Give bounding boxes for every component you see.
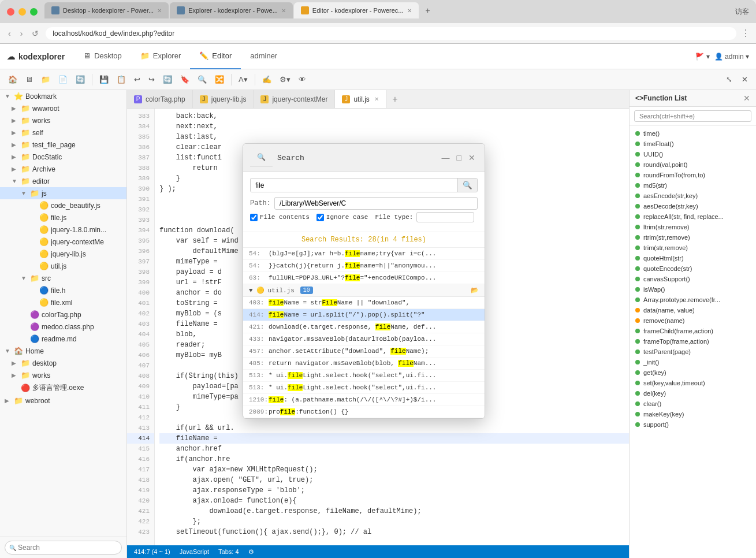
function-item[interactable]: del(key) xyxy=(630,388,756,399)
sidebar-item-src[interactable]: ▼📁src xyxy=(0,272,126,284)
search-go-button[interactable]: 🔍 xyxy=(457,178,477,192)
function-item[interactable]: ltrim(str,remove) xyxy=(630,222,756,232)
result-folder-button[interactable]: 📂 xyxy=(471,287,479,294)
sidebar-item-jquery-contextme[interactable]: 🟡jquery-contextMe xyxy=(0,236,126,248)
toolbar-sync-btn[interactable]: 🔄 xyxy=(159,73,176,86)
sidebar-item-file.h[interactable]: 🔵file.h xyxy=(0,284,126,296)
function-search-input[interactable] xyxy=(634,110,751,122)
sidebar-item-self[interactable]: ▶📁self xyxy=(0,127,126,139)
maximize-button[interactable] xyxy=(30,8,38,16)
function-item[interactable]: aesEncode(str,key) xyxy=(630,191,756,201)
file-contents-checkbox[interactable] xyxy=(250,214,258,221)
result-item[interactable]: 2089: profile:function() {} xyxy=(243,406,485,418)
sidebar-item-readme.md[interactable]: 🔵readme.md xyxy=(0,333,126,345)
nav-item-desktop[interactable]: 🖥 Desktop xyxy=(74,44,131,69)
sidebar-item-jquery-1.8.0.min...[interactable]: 🟡jquery-1.8.0.min... xyxy=(0,224,126,236)
result-item[interactable]: 485: return navigator.msSaveBlob(blob, f… xyxy=(243,358,485,370)
sidebar-item-js[interactable]: ▼📁js xyxy=(0,187,126,199)
result-item[interactable]: 403: fileName = strFileName || "download… xyxy=(243,297,485,309)
function-item[interactable]: get(key) xyxy=(630,367,756,378)
function-item[interactable]: quoteHtml(str) xyxy=(630,253,756,263)
sidebar-item-webroot[interactable]: ▶📁webroot xyxy=(0,395,126,407)
close-button[interactable] xyxy=(7,8,14,16)
sidebar-item-docstatic[interactable]: ▶📁DocStatic xyxy=(0,151,126,163)
toolbar-search-btn[interactable]: 🔍 xyxy=(194,73,210,86)
function-item[interactable]: round(val,point) xyxy=(630,159,756,170)
toolbar-expand-btn[interactable]: ⤡ xyxy=(723,73,736,86)
function-item[interactable]: testParent(page) xyxy=(630,347,756,357)
result-item[interactable]: 421: download(e.target.response, fileNam… xyxy=(243,321,485,333)
editor-tab-jquerylib[interactable]: J jquery-lib.js xyxy=(193,90,254,109)
function-panel-close-btn[interactable]: ✕ xyxy=(743,94,750,103)
sidebar-item-code_beautify.js[interactable]: 🟡code_beautify.js xyxy=(0,199,126,211)
function-item[interactable]: rtrim(str,remove) xyxy=(630,232,756,243)
filetype-input[interactable] xyxy=(416,212,474,222)
browser-tab-editor[interactable]: Editor - kodexplorer - Powerec... ✕ xyxy=(294,2,419,18)
function-item[interactable]: aesDecode(str,key) xyxy=(630,201,756,211)
result-item[interactable]: 513: * ui.fileLight.select.hook("select"… xyxy=(243,370,485,382)
close-util-tab[interactable]: ✕ xyxy=(374,96,379,102)
editor-tab-colortag[interactable]: P colorTag.php xyxy=(127,90,193,109)
function-item[interactable]: makeKey(key) xyxy=(630,409,756,419)
sidebar-item-works[interactable]: ▶📁works xyxy=(0,369,126,381)
result-item[interactable]: 433: navigator.msSaveBlob(dataUrlToBlob(… xyxy=(243,333,485,345)
function-item[interactable]: md5(str) xyxy=(630,180,756,191)
function-item[interactable]: canvasSupport() xyxy=(630,274,756,284)
function-item[interactable]: Array.prototype.remove(fr... xyxy=(630,295,756,305)
new-tab-button[interactable]: + xyxy=(420,2,436,18)
toolbar-undo-btn[interactable]: ↩ xyxy=(131,73,144,86)
forward-button[interactable]: › xyxy=(18,28,25,39)
path-input[interactable] xyxy=(274,197,478,210)
toolbar-monitor-btn[interactable]: 🖥 xyxy=(22,73,36,86)
result-item[interactable]: 63: fullURL=PDPJS_URL+"?file="+encodeURI… xyxy=(243,272,485,284)
sidebar-item-多语言管理.oexe[interactable]: 🔴多语言管理.oexe xyxy=(0,381,126,395)
back-button[interactable]: ‹ xyxy=(6,28,13,39)
function-item[interactable]: clear() xyxy=(630,399,756,409)
function-item[interactable]: data(name, value) xyxy=(630,305,756,315)
sidebar-item-util.js[interactable]: 🟡util.js xyxy=(0,260,126,272)
function-item[interactable]: time() xyxy=(630,128,756,139)
sidebar-item-file.js[interactable]: 🟡file.js xyxy=(0,211,126,224)
sidebar-item-bookmark[interactable]: ▼⭐Bookmark xyxy=(0,90,126,102)
status-settings-icon[interactable]: ⚙ xyxy=(248,548,254,556)
result-item[interactable]: 1210: file: (a.pathname.match(/\/([^\/\?… xyxy=(243,394,485,406)
sidebar-item-wwwroot[interactable]: ▶📁wwwroot xyxy=(0,102,126,114)
sidebar-item-jquery-lib.js[interactable]: 🟡jquery-lib.js xyxy=(0,248,126,260)
result-item[interactable]: 54: (blgJ=e[gJ];var h=b.filename;try{var… xyxy=(243,248,485,260)
function-item[interactable]: frameChild(frame,action) xyxy=(630,326,756,336)
editor-tab-util[interactable]: J util.js ✕ xyxy=(335,90,386,109)
toolbar-redo-btn[interactable]: ↪ xyxy=(145,73,158,86)
function-item[interactable]: support() xyxy=(630,419,756,430)
nav-item-adminer[interactable]: adminer xyxy=(241,44,286,69)
admin-button[interactable]: 👤 admin ▾ xyxy=(714,53,749,61)
function-item[interactable]: roundFromTo(from,to) xyxy=(630,170,756,180)
toolbar-save-btn[interactable]: 💾 xyxy=(96,73,112,86)
refresh-button[interactable]: ↺ xyxy=(29,28,41,39)
tab-close-explorer[interactable]: ✕ xyxy=(281,8,286,14)
toolbar-file-btn[interactable]: 📄 xyxy=(55,73,71,86)
add-tab-button[interactable]: + xyxy=(386,94,404,105)
sidebar-item-medoo.class.php[interactable]: 🟣medoo.class.php xyxy=(0,321,126,333)
tab-close-desktop[interactable]: ✕ xyxy=(157,8,162,14)
function-item[interactable]: timeFloat() xyxy=(630,139,756,149)
ignore-case-checkbox[interactable] xyxy=(316,214,324,221)
search-input[interactable] xyxy=(251,179,457,192)
more-options-button[interactable]: ⋮ xyxy=(741,28,750,39)
function-item[interactable]: remove(name) xyxy=(630,315,756,326)
function-item[interactable]: isWap() xyxy=(630,284,756,295)
address-input[interactable] xyxy=(46,27,736,40)
toolbar-format-btn[interactable]: A▾ xyxy=(235,73,251,86)
toolbar-folder-btn[interactable]: 📁 xyxy=(38,73,54,86)
dialog-maximize-btn[interactable]: □ xyxy=(455,152,464,163)
nav-item-explorer[interactable]: 📁 Explorer xyxy=(131,44,190,69)
flag-button[interactable]: 🚩 ▾ xyxy=(695,53,709,61)
toolbar-settings-btn[interactable]: ⚙▾ xyxy=(276,73,294,86)
function-item[interactable]: trim(str,remove) xyxy=(630,243,756,253)
function-item[interactable]: quoteEncode(str) xyxy=(630,263,756,274)
dialog-close-btn[interactable]: ✕ xyxy=(466,152,478,163)
result-item[interactable]: 414: fileName = url.split("/").pop().spl… xyxy=(243,309,485,321)
sidebar-item-desktop[interactable]: ▶📁desktop xyxy=(0,357,126,369)
toolbar-eye-btn[interactable]: 👁 xyxy=(295,73,310,86)
sidebar-item-colortag.php[interactable]: 🟣colorTag.php xyxy=(0,308,126,321)
nav-item-editor[interactable]: ✏️ Editor xyxy=(190,44,241,69)
